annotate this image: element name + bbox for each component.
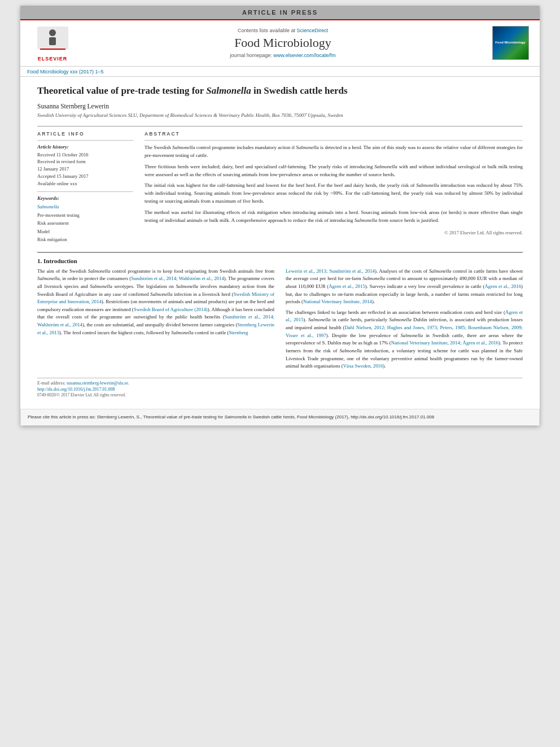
online-date: Available online xxx xyxy=(37,180,133,187)
svg-rect-2 xyxy=(49,37,56,45)
copyright-footer: 0740-0020/© 2017 Elsevier Ltd. All right… xyxy=(37,392,523,397)
article-history-box: Article history: Received 11 October 201… xyxy=(37,140,133,187)
journal-center: Contents lists available at ScienceDirec… xyxy=(78,28,488,58)
abstract-p2: Three fictitious herds were included; da… xyxy=(145,163,523,179)
body-divider xyxy=(37,252,523,253)
journal-header: ELSEVIER Contents lists available at Sci… xyxy=(20,19,540,67)
body-left-col: The aim of the Swedish Salmonella contro… xyxy=(37,268,274,373)
revised-date: 12 January 2017 xyxy=(37,165,133,173)
journal-logo-text: Food Microbiology xyxy=(494,40,527,46)
abstract-label: ABSTRACT xyxy=(145,131,523,137)
article-in-press-banner: ARTICLE IN PRESS xyxy=(20,6,540,19)
article-info-label: ARTICLE INFO xyxy=(37,131,133,137)
doi-line[interactable]: http://dx.doi.org/10.1016/j.fm.2017.01.0… xyxy=(37,387,523,392)
revised-label: Received in revised form xyxy=(37,158,133,165)
article-title: Theoretical value of pre-trade testing f… xyxy=(37,85,523,97)
keyword-2: Pre-movement testing xyxy=(37,211,133,219)
divider-1 xyxy=(37,126,523,126)
abstract-copyright: © 2017 Elsevier Ltd. All rights reserved… xyxy=(145,229,523,237)
journal-homepage-link[interactable]: www.elsevier.com/locate/fm xyxy=(273,53,336,58)
article-info-abstract: ARTICLE INFO Article history: Received 1… xyxy=(37,131,523,244)
abstract-p3: The initial risk was highest for the cal… xyxy=(145,182,523,206)
keyword-1: Salmonella xyxy=(37,203,133,211)
journal-logo-box: Food Microbiology xyxy=(492,26,529,60)
footnote-email: E-mail address: susanna.sternberg-leweri… xyxy=(37,381,523,386)
keyword-3: Risk assessment xyxy=(37,219,133,227)
abstract-column: ABSTRACT The Swedish Salmonella control … xyxy=(145,131,523,244)
article-info-column: ARTICLE INFO Article history: Received 1… xyxy=(37,131,133,244)
article-meta-line: Food Microbiology xxx (2017) 1–5 xyxy=(20,67,540,77)
keywords-section: Keywords: Salmonella Pre-movement testin… xyxy=(37,191,133,243)
keyword-5: Risk mitigation xyxy=(37,235,133,243)
author-affiliation: Swedish University of Agricultural Scien… xyxy=(37,112,523,119)
svg-point-1 xyxy=(49,29,56,36)
introduction-heading: 1. Introduction xyxy=(37,257,523,264)
elsevier-logo: ELSEVIER xyxy=(27,24,78,62)
received-date: Received 11 October 2016 xyxy=(37,151,133,159)
body-left-text: The aim of the Swedish Salmonella contro… xyxy=(37,268,274,337)
footnote-email-link[interactable]: susanna.sternberg-lewerin@slu.se xyxy=(67,381,128,386)
footnote-divider xyxy=(37,378,523,378)
abstract-p4: The method was useful for illustrating e… xyxy=(145,209,523,225)
sciencedirect-link[interactable]: ScienceDirect xyxy=(297,28,329,33)
elsevier-text-label: ELSEVIER xyxy=(38,56,68,62)
keyword-4: Model xyxy=(37,228,133,235)
abstract-text: The Swedish Salmonella control programme… xyxy=(145,144,523,237)
abstract-box: The Swedish Salmonella control programme… xyxy=(145,140,523,237)
abstract-p1: The Swedish Salmonella control programme… xyxy=(145,144,523,160)
keywords-label: Keywords: xyxy=(37,195,133,201)
article-content: Theoretical value of pre-trade testing f… xyxy=(20,77,540,403)
journal-title: Food Microbiology xyxy=(78,36,488,50)
citation-box: Please cite this article in press as: St… xyxy=(20,409,540,426)
sciencedirect-line: Contents lists available at ScienceDirec… xyxy=(78,28,488,33)
body-columns: The aim of the Swedish Salmonella contro… xyxy=(37,268,523,373)
article-meta-citation[interactable]: Food Microbiology xxx (2017) 1–5 xyxy=(27,69,104,75)
author-name: Susanna Sternberg Lewerin xyxy=(37,103,523,110)
journal-homepage-line: journal homepage: www.elsevier.com/locat… xyxy=(78,53,488,58)
citation-text: Please cite this article in press as: St… xyxy=(28,414,532,421)
accepted-date: Accepted 15 January 2017 xyxy=(37,173,133,180)
body-right-text: Lewerin et al., 2013; Sundström et al., … xyxy=(286,268,523,370)
elsevier-tree-icon xyxy=(34,24,71,55)
journal-logo-right: Food Microbiology xyxy=(488,26,533,60)
body-right-col: Lewerin et al., 2013; Sundström et al., … xyxy=(286,268,523,373)
history-label: Article history: xyxy=(37,144,133,150)
